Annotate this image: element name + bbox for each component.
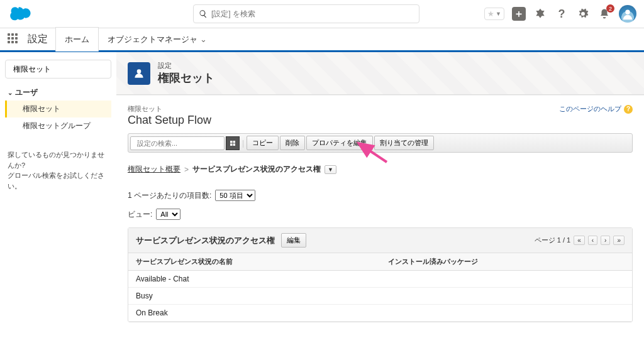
setup-tree-search-input[interactable] — [13, 65, 108, 74]
view-label: ビュー: — [128, 209, 152, 220]
chevron-down-icon: ▼ — [496, 11, 501, 17]
notification-badge: 2 — [606, 4, 614, 13]
plus-icon: ＋ — [514, 8, 524, 21]
page-title: Chat Setup Flow — [128, 114, 211, 127]
tab-home[interactable]: ホーム — [55, 27, 99, 52]
panel-edit-button[interactable]: 編集 — [281, 233, 306, 248]
breadcrumb-dropdown[interactable]: ▼ — [325, 165, 336, 174]
svg-point-0 — [625, 10, 630, 14]
salesforce-help-button[interactable] — [533, 7, 547, 21]
col-header-name[interactable]: サービスプレゼンス状況の名前 — [128, 253, 380, 271]
table-row[interactable]: Available - Chat — [128, 271, 632, 288]
favorites-button[interactable]: ★ ▼ — [484, 8, 504, 20]
help-icon: ? — [624, 105, 633, 114]
question-icon: ? — [558, 8, 565, 21]
table-row[interactable]: On Break — [128, 305, 632, 322]
panel-title: サービスプレゼンス状況のアクセス権 — [136, 235, 275, 246]
global-search[interactable] — [193, 4, 419, 23]
view-select[interactable]: All — [156, 209, 180, 220]
settings-search-go[interactable] — [226, 136, 240, 150]
page-help-link[interactable]: このページのヘルプ ? — [559, 104, 633, 114]
app-launcher-icon[interactable] — [8, 33, 20, 46]
chevron-down-icon: ⌄ — [200, 35, 207, 44]
copy-button[interactable]: コピー — [247, 136, 279, 150]
pager-last[interactable]: » — [613, 236, 625, 245]
table-row[interactable]: Busy — [128, 288, 632, 305]
pager-next[interactable]: › — [601, 236, 610, 245]
page-eyebrow: 権限セット — [128, 104, 211, 114]
user-avatar[interactable] — [619, 5, 636, 23]
global-actions-button[interactable]: ＋ — [512, 7, 526, 21]
star-icon: ★ — [487, 9, 494, 18]
pager-prev[interactable]: ‹ — [588, 236, 597, 245]
help-button[interactable]: ? — [555, 7, 569, 21]
sidebar-item-permission-sets[interactable]: 権限セット — [5, 101, 111, 117]
salesforce-logo[interactable] — [8, 4, 36, 23]
col-header-package[interactable]: インストール済みパッケージ — [380, 253, 633, 271]
svg-rect-1 — [230, 141, 233, 143]
tree-group-users[interactable]: ⌄ ユーザ — [8, 87, 111, 98]
tab-object-manager[interactable]: オブジェクトマネージャ⌄ — [99, 28, 216, 52]
permission-set-icon — [128, 62, 150, 85]
breadcrumb-root[interactable]: 権限セット概要 — [128, 164, 180, 175]
setup-gear-button[interactable] — [576, 7, 590, 21]
sidebar-help-text: 探しているものが見つかりませんか? グローバル検索をお試しください。 — [5, 150, 111, 191]
items-per-page-select[interactable]: 50 項目 — [215, 190, 255, 201]
svg-rect-3 — [230, 143, 233, 146]
mast-eyebrow: 設定 — [158, 61, 214, 70]
manage-assignments-button[interactable]: 割り当ての管理 — [374, 136, 434, 150]
settings-search-input[interactable] — [137, 139, 224, 147]
edit-properties-button[interactable]: プロパティを編集 — [306, 136, 373, 150]
detail-toolbar: | コピー 削除 プロパティを編集 割り当ての管理 — [128, 133, 633, 153]
breadcrumb-current: サービスプレゼンス状況のアクセス権 — [192, 164, 321, 175]
pager-first[interactable]: « — [574, 236, 585, 245]
svg-rect-2 — [233, 141, 236, 143]
chevron-down-icon: ⌄ — [8, 89, 13, 96]
setup-tree-search[interactable] — [5, 60, 111, 79]
page-info: ページ 1 / 1 — [535, 236, 570, 245]
global-search-input[interactable] — [211, 9, 414, 18]
app-name: 設定 — [28, 33, 48, 46]
sidebar-item-permission-set-groups[interactable]: 権限セットグループ — [5, 117, 111, 134]
breadcrumb-separator: > — [184, 165, 189, 174]
mast-title: 権限セット — [158, 70, 214, 85]
delete-button[interactable]: 削除 — [280, 136, 305, 150]
notifications-button[interactable]: 2 — [597, 7, 611, 21]
items-per-page-label: 1 ページあたりの項目数: — [128, 190, 211, 201]
svg-rect-4 — [233, 143, 236, 146]
